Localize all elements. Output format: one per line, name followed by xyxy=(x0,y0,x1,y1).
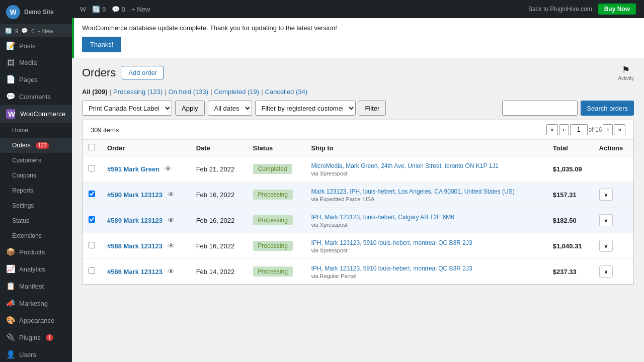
bulk-action-select[interactable]: Print Canada Post Label xyxy=(82,101,172,116)
row-order-cell: #586 Mark 123123 👁 xyxy=(101,259,190,285)
sidebar-item-status[interactable]: Status xyxy=(0,213,72,228)
sidebar-item-plugins[interactable]: 🔌 Plugins 1 xyxy=(0,329,72,346)
content-area: Orders Add order ⚑ Activity All (309) | … xyxy=(72,58,644,362)
order-link[interactable]: #591 Mark Green xyxy=(107,165,159,173)
status-link-processing[interactable]: Processing (123) xyxy=(113,88,163,96)
sidebar: W Demo Site 🔄 9 💬 0 + New 📝 Posts 🖼 Medi… xyxy=(0,0,72,362)
row-checkbox[interactable] xyxy=(89,165,95,171)
preview-icon[interactable]: 👁 xyxy=(168,216,175,224)
sidebar-item-appearance[interactable]: 🎨 Appearance xyxy=(0,312,72,329)
status-link-completed[interactable]: Completed (19) xyxy=(214,88,260,96)
last-page-button[interactable]: » xyxy=(614,124,625,135)
sidebar-item-label: Analytics xyxy=(19,265,45,273)
status-link-on-hold[interactable]: On hold (133) xyxy=(169,88,209,96)
table-row: #591 Mark Green 👁 Feb 21, 2022 Completed… xyxy=(83,156,633,182)
sidebar-item-manifest[interactable]: 📋 Manifest xyxy=(0,278,72,295)
updates-link[interactable]: 🔄 9 xyxy=(92,6,106,13)
header-right: Back to PluginHive.com Buy Now xyxy=(528,4,636,15)
back-to-pluginhive-link[interactable]: Back to PluginHive.com xyxy=(528,6,592,13)
admin-bar-mini: 🔄 9 💬 0 + New xyxy=(0,25,72,37)
sidebar-item-reports[interactable]: Reports xyxy=(0,183,72,198)
search-input[interactable] xyxy=(502,101,578,116)
table-head: Order Date Status Ship to Total Actions xyxy=(83,140,633,156)
next-page-button[interactable]: › xyxy=(603,124,613,135)
sidebar-item-analytics[interactable]: 📈 Analytics xyxy=(0,260,72,278)
top-header: W 🔄 9 💬 0 + New Back to PluginHive.com B… xyxy=(72,0,644,18)
sidebar-item-pages[interactable]: 📄 Pages xyxy=(0,71,72,88)
nav-menu: 📝 Posts 🖼 Media 📄 Pages 💬 Comments W Woo… xyxy=(0,37,72,362)
row-checkbox[interactable] xyxy=(89,216,95,223)
new-item-link[interactable]: + New xyxy=(37,28,53,34)
row-order-cell: #589 Mark 123123 👁 xyxy=(101,208,190,233)
comments-link[interactable]: 💬 0 xyxy=(112,6,125,13)
header-date-col: Date xyxy=(190,140,247,156)
sidebar-item-label: Marketing xyxy=(19,300,48,307)
row-order-cell: #590 Mark 123123 👁 xyxy=(101,182,190,208)
update-notice: WooCommerce database update complete. Th… xyxy=(72,18,644,58)
order-link[interactable]: #589 Mark 123123 xyxy=(107,217,163,224)
sidebar-item-coupons[interactable]: Coupons xyxy=(0,168,72,183)
action-dropdown-button[interactable]: ∨ xyxy=(599,214,613,226)
page-number-input[interactable] xyxy=(570,124,588,135)
action-dropdown-button[interactable]: ∨ xyxy=(599,189,613,201)
select-all-checkbox[interactable] xyxy=(89,144,95,150)
row-checkbox[interactable] xyxy=(89,242,95,248)
header-shipto-col: Ship to xyxy=(305,140,546,156)
sidebar-item-settings-woo[interactable]: Settings xyxy=(0,198,72,213)
activity-label: Activity xyxy=(618,75,634,81)
header-total-col: Total xyxy=(547,140,593,156)
search-orders-button[interactable]: Search orders xyxy=(581,101,634,116)
buy-now-button[interactable]: Buy Now xyxy=(598,4,636,15)
sidebar-item-marketing[interactable]: 📣 Marketing xyxy=(0,295,72,312)
add-order-button[interactable]: Add order xyxy=(122,66,164,79)
sidebar-item-comments[interactable]: 💬 Comments xyxy=(0,88,72,105)
filter-button[interactable]: Filter xyxy=(359,101,386,116)
date-filter-select[interactable]: All dates xyxy=(208,101,252,116)
pagination: « ‹ of 16 › » xyxy=(546,124,625,135)
prev-page-button[interactable]: ‹ xyxy=(559,124,569,135)
updates-count: 9 xyxy=(15,28,18,34)
status-link-cancelled[interactable]: Cancelled (34) xyxy=(265,88,308,96)
sidebar-item-extensions[interactable]: Extensions xyxy=(0,228,72,243)
order-link[interactable]: #586 Mark 123123 xyxy=(107,268,163,276)
sidebar-item-customers[interactable]: Customers xyxy=(0,153,72,168)
updates-icon[interactable]: 🔄 xyxy=(5,28,12,34)
action-dropdown-button[interactable]: ∨ xyxy=(599,240,613,252)
plugins-badge: 1 xyxy=(46,334,54,341)
flag-icon[interactable]: ⚑ xyxy=(622,64,630,75)
sidebar-item-home[interactable]: Home xyxy=(0,123,72,138)
status-badge: Processing xyxy=(253,241,293,251)
action-dropdown-button[interactable]: ∨ xyxy=(599,265,613,278)
row-date-cell: Feb 14, 2022 xyxy=(190,259,247,285)
sidebar-item-users[interactable]: 👤 Users xyxy=(0,346,72,362)
sidebar-item-label: Users xyxy=(19,351,36,358)
ship-to-address: IPH, Mark 123123, 5910 louis-hebert, mon… xyxy=(311,264,540,273)
preview-icon[interactable]: 👁 xyxy=(165,165,172,173)
sidebar-item-products[interactable]: 📦 Products xyxy=(0,243,72,260)
sidebar-item-media[interactable]: 🖼 Media xyxy=(0,54,72,71)
ship-via: via Xpresspost xyxy=(311,222,540,228)
status-link-all[interactable]: All (309) xyxy=(82,88,108,96)
row-checkbox[interactable] xyxy=(89,267,95,274)
sidebar-item-orders[interactable]: Orders 123 xyxy=(0,138,72,153)
first-page-button[interactable]: « xyxy=(546,124,558,135)
apply-button[interactable]: Apply xyxy=(175,101,205,116)
row-checkbox[interactable] xyxy=(89,191,95,197)
customer-filter-select[interactable]: Filter by registered customer xyxy=(255,101,356,116)
order-link[interactable]: #588 Mark 123123 xyxy=(107,242,163,250)
status-badge: Completed xyxy=(253,164,292,174)
sidebar-item-posts[interactable]: 📝 Posts xyxy=(0,37,72,54)
new-link[interactable]: + New xyxy=(131,6,150,13)
preview-icon[interactable]: 👁 xyxy=(168,191,175,199)
sidebar-item-woocommerce[interactable]: W WooCommerce xyxy=(0,105,72,123)
row-status-cell: Processing xyxy=(247,233,305,259)
status-badge: Processing xyxy=(253,190,293,200)
ship-to-address: Mark 123123, IPH, louis-hebert, Los Ange… xyxy=(311,187,540,196)
order-link[interactable]: #590 Mark 123123 xyxy=(107,191,163,199)
comments-icon[interactable]: 💬 xyxy=(21,28,28,34)
thanks-button[interactable]: Thanks! xyxy=(82,37,121,52)
home-label: Home xyxy=(12,127,28,134)
row-date-cell: Feb 16, 2022 xyxy=(190,208,247,233)
preview-icon[interactable]: 👁 xyxy=(168,267,175,276)
preview-icon[interactable]: 👁 xyxy=(168,242,175,250)
